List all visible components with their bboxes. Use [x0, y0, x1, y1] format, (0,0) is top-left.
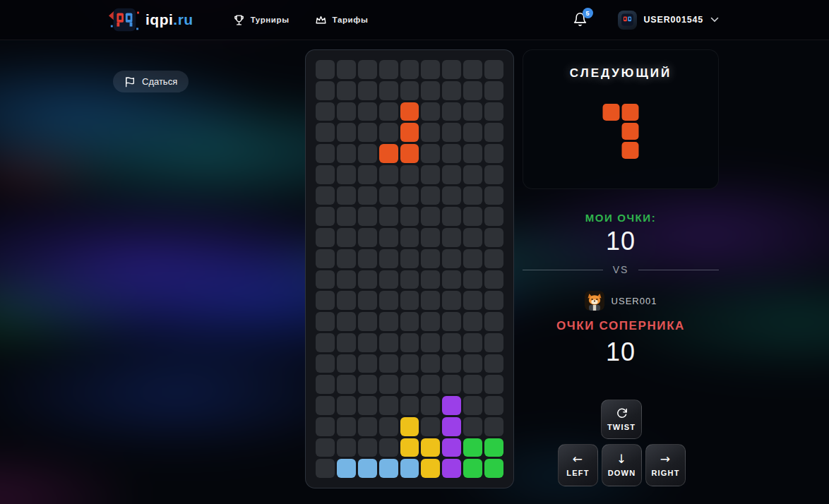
board-cell-empty: [379, 249, 398, 268]
arrow-left-icon: ←: [573, 453, 583, 465]
crown-icon: [315, 14, 327, 26]
user-menu[interactable]: USER001545: [618, 11, 719, 30]
board-cell-empty: [442, 270, 461, 289]
board-cell-empty: [421, 60, 440, 79]
board-cell-empty: [484, 396, 503, 415]
board-cell-filled: [400, 123, 419, 142]
board-cell-empty: [484, 81, 503, 100]
board-cell-empty: [442, 207, 461, 226]
next-piece-cell: [622, 104, 639, 121]
twist-button[interactable]: TWIST: [601, 400, 642, 439]
board-cell-empty: [358, 291, 377, 310]
board-cell-empty: [484, 228, 503, 247]
board-cell-empty: [316, 144, 335, 163]
board-cell-filled: [400, 102, 419, 121]
board-cell-empty: [379, 438, 398, 457]
board-cell-empty: [316, 207, 335, 226]
board-cell-empty: [484, 60, 503, 79]
board-cell-empty: [463, 312, 482, 331]
board-cell-empty: [463, 165, 482, 184]
nav-tariffs[interactable]: Тарифы: [315, 14, 369, 26]
board-cell-filled: [484, 438, 503, 457]
notifications-button[interactable]: 5: [573, 11, 588, 28]
board-cell-empty: [358, 333, 377, 352]
board-cell-empty: [463, 207, 482, 226]
board-cell-empty: [316, 438, 335, 457]
board-cell-empty: [463, 186, 482, 205]
board-cell-empty: [463, 60, 482, 79]
board-cell-empty: [442, 123, 461, 142]
trophy-icon: [233, 14, 245, 26]
board-cell-empty: [337, 102, 356, 121]
chevron-down-icon: [710, 17, 719, 23]
board-cell-empty: [379, 312, 398, 331]
opponent-score-label: ОЧКИ СОПЕРНИКА: [523, 319, 719, 333]
board-cell-empty: [316, 270, 335, 289]
username: USER001545: [644, 15, 703, 25]
my-score-label: МОИ ОЧКИ:: [523, 212, 719, 224]
left-button[interactable]: ← LEFT: [558, 444, 598, 486]
board-cell-empty: [337, 291, 356, 310]
logo-icon: [107, 5, 140, 35]
board-cell-empty: [421, 291, 440, 310]
board-cell-empty: [379, 417, 398, 436]
right-button[interactable]: → RIGHT: [645, 444, 686, 486]
board-cell-empty: [358, 375, 377, 394]
board-cell-empty: [400, 165, 419, 184]
board-cell-empty: [442, 102, 461, 121]
board-cell-empty: [421, 396, 440, 415]
board-cell-empty: [379, 123, 398, 142]
board-cell-empty: [400, 228, 419, 247]
board-cell-empty: [337, 249, 356, 268]
down-label: DOWN: [608, 469, 636, 477]
board-cell-empty: [484, 312, 503, 331]
board-cell-empty: [337, 333, 356, 352]
game-board: [305, 49, 514, 488]
nav-tournaments[interactable]: Турниры: [233, 14, 290, 26]
board-cell-empty: [442, 291, 461, 310]
board-cell-empty: [316, 81, 335, 100]
board-cell-empty: [400, 375, 419, 394]
board-cell-empty: [442, 165, 461, 184]
board-cell-filled: [379, 144, 398, 163]
board-cell-empty: [337, 270, 356, 289]
board-cell-empty: [421, 270, 440, 289]
board-cell-empty: [421, 102, 440, 121]
board-cell-empty: [442, 60, 461, 79]
board-cell-empty: [484, 207, 503, 226]
board-cell-empty: [421, 165, 440, 184]
board-cell-empty: [400, 312, 419, 331]
board-cell-empty: [400, 60, 419, 79]
board-cell-empty: [316, 228, 335, 247]
board-cell-empty: [358, 102, 377, 121]
board-cell-empty: [337, 60, 356, 79]
board-cell-empty: [421, 333, 440, 352]
down-button[interactable]: ↓ DOWN: [602, 444, 642, 486]
board-cell-empty: [337, 186, 356, 205]
logo-text-main: iqpi: [145, 11, 173, 28]
board-cell-filled: [400, 438, 419, 457]
board-cell-filled: [442, 438, 461, 457]
board-cell-empty: [316, 291, 335, 310]
board-cell-empty: [379, 186, 398, 205]
opponent-avatar: [585, 291, 604, 311]
board-cell-empty: [442, 333, 461, 352]
board-cell-empty: [463, 123, 482, 142]
board-cell-empty: [463, 81, 482, 100]
board-cell-empty: [316, 60, 335, 79]
board-cell-empty: [400, 207, 419, 226]
board-cell-empty: [463, 228, 482, 247]
board-cell-empty: [379, 291, 398, 310]
board-cell-filled: [442, 417, 461, 436]
board-cell-empty: [442, 228, 461, 247]
next-piece-cell: [603, 104, 620, 121]
board-cell-empty: [337, 144, 356, 163]
board-cell-empty: [337, 81, 356, 100]
board-cell-empty: [421, 123, 440, 142]
board-cell-empty: [379, 354, 398, 373]
logo[interactable]: iqpi.ru: [107, 5, 193, 35]
board-cell-empty: [463, 396, 482, 415]
surrender-button[interactable]: Сдаться: [113, 71, 189, 92]
board-cell-empty: [379, 60, 398, 79]
board-cell-empty: [463, 333, 482, 352]
